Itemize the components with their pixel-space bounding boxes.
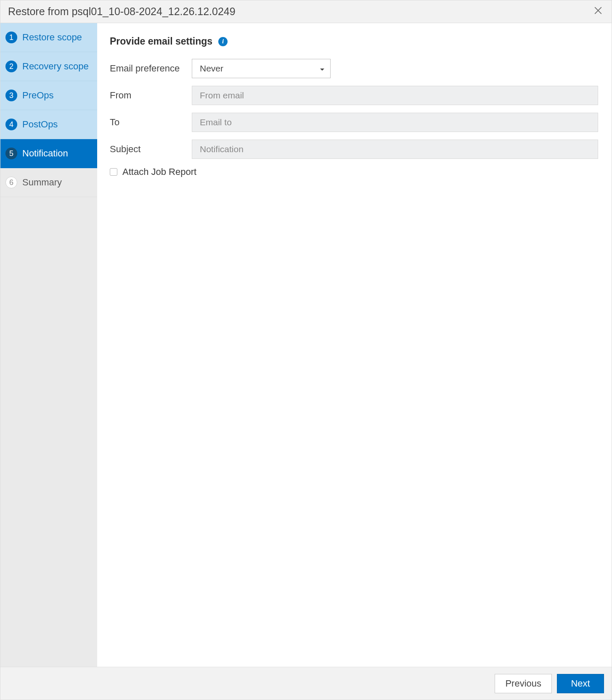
step-number-badge: 5 (5, 148, 17, 159)
dialog-body: 1 Restore scope 2 Recovery scope 3 PreOp… (0, 23, 612, 667)
sidebar-step-recovery-scope[interactable]: 2 Recovery scope (0, 52, 97, 81)
label-email-preference: Email preference (110, 63, 192, 74)
step-label: Notification (22, 148, 68, 159)
dialog-header: Restore from psql01_10-08-2024_12.26.12.… (0, 0, 612, 23)
step-label: Recovery scope (22, 61, 89, 72)
step-number-badge: 1 (5, 32, 17, 43)
step-number-badge: 4 (5, 119, 17, 130)
step-label: PreOps (22, 90, 54, 101)
form-row-from: From (110, 86, 598, 105)
label-from: From (110, 90, 192, 101)
step-label: Restore scope (22, 32, 82, 43)
step-number-badge: 6 (5, 177, 17, 188)
sidebar-step-postops[interactable]: 4 PostOps (0, 110, 97, 139)
close-icon (593, 6, 603, 18)
step-number-badge: 2 (5, 61, 17, 72)
form-row-subject: Subject (110, 140, 598, 159)
label-subject: Subject (110, 144, 192, 155)
attach-job-report-label: Attach Job Report (122, 166, 196, 177)
previous-button[interactable]: Previous (495, 674, 552, 693)
step-label: Summary (22, 177, 62, 188)
sidebar-step-summary[interactable]: 6 Summary (0, 168, 97, 197)
from-email-input[interactable] (192, 86, 598, 105)
dialog-title: Restore from psql01_10-08-2024_12.26.12.… (8, 5, 592, 18)
dialog-footer: Previous Next (0, 667, 612, 700)
wizard-sidebar: 1 Restore scope 2 Recovery scope 3 PreOp… (0, 23, 97, 667)
info-icon[interactable]: i (218, 37, 228, 46)
sidebar-step-notification[interactable]: 5 Notification (0, 139, 97, 168)
email-preference-value: Never (192, 59, 331, 78)
section-heading-text: Provide email settings (110, 36, 212, 47)
main-panel: Provide email settings i Email preferenc… (97, 23, 612, 667)
attach-job-report-row: Attach Job Report (110, 166, 598, 177)
sidebar-step-preops[interactable]: 3 PreOps (0, 81, 97, 110)
subject-input[interactable] (192, 140, 598, 159)
form-row-to: To (110, 113, 598, 132)
close-button[interactable] (592, 6, 604, 18)
to-email-input[interactable] (192, 113, 598, 132)
email-preference-select[interactable]: Never (192, 59, 331, 78)
section-heading: Provide email settings i (110, 36, 598, 47)
form-row-email-preference: Email preference Never (110, 59, 598, 78)
step-label: PostOps (22, 119, 58, 130)
next-button[interactable]: Next (557, 674, 604, 693)
attach-job-report-checkbox[interactable] (110, 168, 117, 176)
step-number-badge: 3 (5, 90, 17, 101)
sidebar-step-restore-scope[interactable]: 1 Restore scope (0, 23, 97, 52)
label-to: To (110, 117, 192, 128)
